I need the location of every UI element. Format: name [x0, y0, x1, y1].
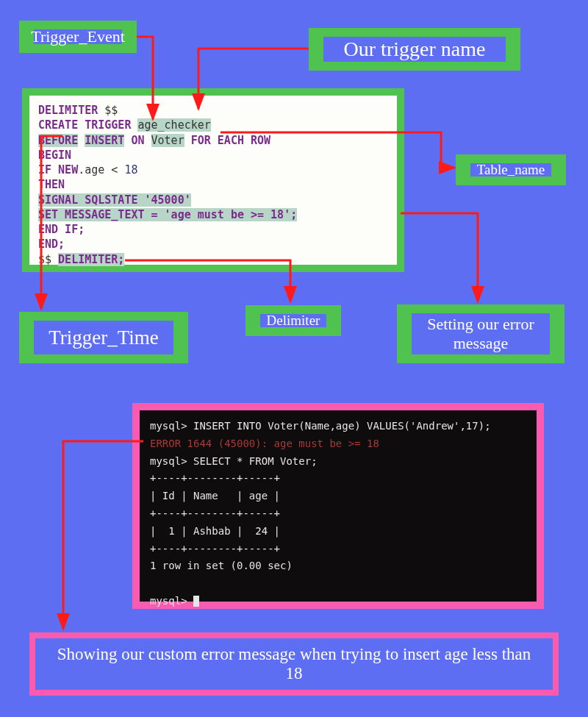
label-trigger-name: Our trigger name — [309, 28, 520, 71]
code-line: BEGIN — [38, 148, 388, 163]
term-line: | Id | Name | age | — [150, 490, 280, 502]
code-line: DELIMITER $$ — [38, 103, 388, 118]
cursor-icon — [193, 596, 199, 607]
term-line: +----+--------+-----+ — [150, 472, 280, 484]
term-line: mysql> SELECT * FROM Voter; — [150, 455, 318, 467]
label-error-message: Setting our error message — [397, 304, 564, 363]
sql-code-panel: DELIMITER $$ CREATE TRIGGER age_checker … — [22, 88, 404, 272]
code-line: THEN — [38, 177, 388, 192]
label-trigger-event: Trigger_Event — [19, 21, 137, 53]
label-text: Trigger_Time — [49, 327, 159, 349]
term-line: mysql> — [150, 595, 193, 607]
label-trigger-time: Trigger_Time — [19, 312, 188, 363]
label-text: Table_name — [477, 162, 545, 178]
caption-error-output: Showing our custom error message when tr… — [29, 632, 559, 696]
code-line: BEFORE INSERT ON Voter FOR EACH ROW — [38, 133, 388, 148]
code-line: SIGNAL SQLSTATE '45000' — [38, 193, 388, 207]
label-delimiter: Delimiter — [245, 305, 341, 336]
term-line: +----+--------+-----+ — [150, 543, 280, 554]
code-line: END IF; — [38, 222, 388, 237]
term-line: +----+--------+-----+ — [150, 507, 280, 519]
code-line: SET MESSAGE_TEXT = 'age must be >= 18'; — [38, 207, 388, 222]
label-text: Trigger_Event — [31, 27, 125, 46]
term-line: | 1 | Ashbab | 24 | — [150, 525, 280, 537]
code-line: IF NEW.age < 18 — [38, 163, 388, 177]
term-line: 1 row in set (0.00 sec) — [150, 560, 293, 571]
term-line: mysql> INSERT INTO Voter(Name,age) VALUE… — [150, 420, 491, 432]
code-line: CREATE TRIGGER age_checker — [38, 118, 388, 132]
term-line-error: ERROR 1644 (45000): age must be >= 18 — [150, 438, 379, 449]
mysql-terminal: mysql> INSERT INTO Voter(Name,age) VALUE… — [132, 403, 544, 609]
caption-text: Showing our custom error message when tr… — [49, 645, 539, 683]
label-text: Delimiter — [267, 313, 320, 329]
label-text: Setting our error message — [422, 315, 539, 353]
label-table-name: Table_name — [456, 154, 566, 185]
code-line: END; — [38, 237, 388, 252]
label-text: Our trigger name — [344, 38, 486, 61]
code-line: $$ DELIMITER; — [38, 252, 388, 267]
